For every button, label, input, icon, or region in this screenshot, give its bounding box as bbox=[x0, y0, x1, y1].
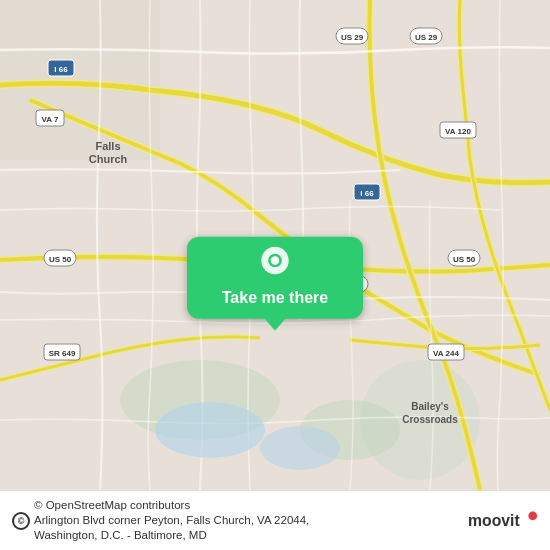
svg-text:US 29: US 29 bbox=[415, 33, 438, 42]
svg-text:US 29: US 29 bbox=[341, 33, 364, 42]
location-pin-icon bbox=[257, 247, 293, 283]
svg-text:SR 649: SR 649 bbox=[49, 349, 76, 358]
map-container: I 66 I 66 US 29 US 29 VA 7 VA 7 US 50 US… bbox=[0, 0, 550, 490]
moovit-logo: moovit bbox=[468, 507, 538, 535]
svg-text:I 66: I 66 bbox=[54, 65, 68, 74]
bottom-bar: © © OpenStreetMap contributors Arlington… bbox=[0, 490, 550, 550]
svg-text:I 66: I 66 bbox=[360, 189, 374, 198]
address-text: © OpenStreetMap contributors Arlington B… bbox=[34, 498, 309, 543]
copyright-section: © © OpenStreetMap contributors Arlington… bbox=[12, 498, 468, 543]
svg-text:VA 120: VA 120 bbox=[445, 127, 471, 136]
svg-text:Bailey's: Bailey's bbox=[411, 401, 449, 412]
svg-text:Falls: Falls bbox=[95, 140, 120, 152]
take-me-there-button[interactable]: Take me there bbox=[187, 237, 363, 319]
address-line1: Arlington Blvd corner Peyton, Falls Chur… bbox=[34, 514, 309, 526]
svg-text:Crossroads: Crossroads bbox=[402, 414, 458, 425]
copyright-text: © OpenStreetMap contributors bbox=[34, 499, 190, 511]
svg-text:moovit: moovit bbox=[468, 512, 520, 529]
svg-text:Church: Church bbox=[89, 153, 128, 165]
svg-text:VA 7: VA 7 bbox=[42, 115, 59, 124]
popup-label: Take me there bbox=[222, 289, 328, 307]
address-line2: Washington, D.C. - Baltimore, MD bbox=[34, 529, 207, 541]
svg-point-34 bbox=[260, 426, 340, 470]
svg-point-33 bbox=[155, 402, 265, 458]
svg-text:US 50: US 50 bbox=[49, 255, 72, 264]
svg-text:VA 244: VA 244 bbox=[433, 349, 459, 358]
svg-point-38 bbox=[271, 256, 280, 265]
osm-logo: © bbox=[12, 512, 30, 530]
svg-text:US 50: US 50 bbox=[453, 255, 476, 264]
